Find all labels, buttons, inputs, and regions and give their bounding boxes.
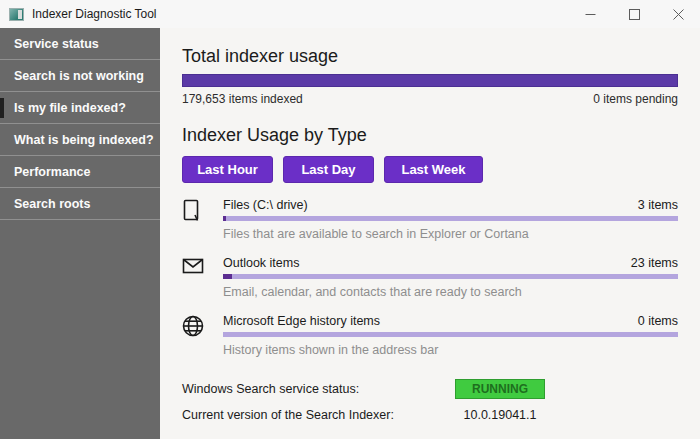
- usage-progress-fill: [223, 274, 232, 279]
- close-button[interactable]: [656, 0, 700, 28]
- usage-count: 3 items: [638, 198, 678, 212]
- service-status-badge: RUNNING: [455, 379, 545, 399]
- sidebar-item-label: Service status: [14, 37, 99, 51]
- sidebar-item-label: Search is not working: [14, 69, 144, 83]
- usage-count: 23 items: [631, 256, 678, 270]
- last-hour-button[interactable]: Last Hour: [182, 156, 273, 183]
- usage-progress-fill: [223, 216, 226, 221]
- usage-count: 0 items: [638, 314, 678, 328]
- usage-row-files: Files (C:\ drive) 3 items Files that are…: [182, 198, 678, 241]
- usage-progressbar: [223, 332, 678, 337]
- status-section: Windows Search service status: RUNNING C…: [182, 379, 678, 422]
- sidebar-item-search-not-working[interactable]: Search is not working: [0, 60, 160, 92]
- usage-progressbar: [223, 274, 678, 279]
- usage-description: History items shown in the address bar: [223, 343, 678, 357]
- service-status-label: Windows Search service status:: [182, 382, 455, 396]
- main-content: Total indexer usage 179,653 items indexe…: [160, 28, 700, 439]
- indexer-version-row: Current version of the Search Indexer: 1…: [182, 408, 678, 422]
- window-controls: [568, 0, 700, 28]
- usage-description: Email, calendar, and contacts that are r…: [223, 285, 678, 299]
- total-usage-title: Total indexer usage: [182, 46, 678, 67]
- close-icon: [673, 9, 684, 20]
- items-pending-label: 0 items pending: [593, 92, 678, 106]
- usage-progressbar: [223, 216, 678, 221]
- sidebar-item-service-status[interactable]: Service status: [0, 28, 160, 60]
- items-indexed-label: 179,653 items indexed: [182, 92, 303, 106]
- app-icon: [9, 8, 24, 21]
- time-range-buttons: Last Hour Last Day Last Week: [182, 156, 678, 183]
- last-day-button[interactable]: Last Day: [283, 156, 374, 183]
- globe-icon: [182, 314, 223, 357]
- sidebar-item-search-roots[interactable]: Search roots: [0, 188, 160, 220]
- indexer-version-value: 10.0.19041.1: [455, 408, 545, 422]
- sidebar-item-label: What is being indexed?: [14, 133, 154, 147]
- maximize-button[interactable]: [612, 0, 656, 28]
- total-usage-meta: 179,653 items indexed 0 items pending: [182, 92, 678, 106]
- minimize-icon: [585, 9, 596, 20]
- total-usage-progress-fill: [182, 74, 678, 87]
- usage-by-type-title: Indexer Usage by Type: [182, 125, 678, 146]
- usage-row-outlook: Outlook items 23 items Email, calendar, …: [182, 256, 678, 299]
- service-status-row: Windows Search service status: RUNNING: [182, 379, 678, 399]
- sidebar-item-performance[interactable]: Performance: [0, 156, 160, 188]
- usage-description: Files that are available to search in Ex…: [223, 227, 678, 241]
- indexer-version-label: Current version of the Search Indexer:: [182, 408, 455, 422]
- app-window: Indexer Diagnostic Tool Service status S…: [0, 0, 700, 439]
- document-icon: [182, 198, 223, 241]
- minimize-button[interactable]: [568, 0, 612, 28]
- usage-label: Outlook items: [223, 256, 299, 270]
- sidebar-item-what-is-being-indexed[interactable]: What is being indexed?: [0, 124, 160, 156]
- total-usage-progressbar: [182, 74, 678, 87]
- titlebar: Indexer Diagnostic Tool: [0, 0, 700, 28]
- usage-label: Files (C:\ drive): [223, 198, 308, 212]
- sidebar-item-label: Search roots: [14, 197, 90, 211]
- sidebar-item-label: Is my file indexed?: [14, 101, 126, 115]
- envelope-icon: [182, 256, 223, 299]
- maximize-icon: [629, 9, 640, 20]
- sidebar: Service status Search is not working Is …: [0, 28, 160, 439]
- usage-label: Microsoft Edge history items: [223, 314, 380, 328]
- sidebar-item-label: Performance: [14, 165, 90, 179]
- usage-row-edge-history: Microsoft Edge history items 0 items His…: [182, 314, 678, 357]
- last-week-button[interactable]: Last Week: [384, 156, 483, 183]
- window-title: Indexer Diagnostic Tool: [32, 7, 157, 21]
- sidebar-item-is-my-file-indexed[interactable]: Is my file indexed?: [0, 92, 160, 124]
- selected-indicator: [0, 98, 4, 118]
